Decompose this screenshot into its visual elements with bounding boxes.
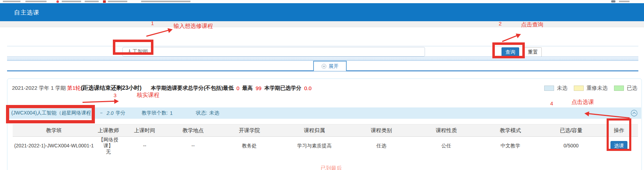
course-search-input[interactable] <box>122 47 425 57</box>
place-cell: -- <box>168 137 219 155</box>
col-header-capacity: 已选/容量 <box>542 124 600 137</box>
semester-label: 2021-2022 学年 1 学期 <box>12 85 66 92</box>
bookmark-favicon-red-circle[interactable] <box>56 0 59 3</box>
app-header: 自主选课 <box>0 3 644 21</box>
browser-toolbar-icon[interactable] <box>611 0 615 2</box>
course-dash: － <box>99 110 104 116</box>
status-legend: 未选 重修未选 已选 <box>544 85 637 92</box>
chevron-down-icon <box>321 64 327 69</box>
college-cell: 教务处 <box>218 137 280 155</box>
legend-item-retake: 重修未选 <box>574 85 608 92</box>
status-label: 状态: <box>196 110 207 116</box>
table-row: (2021-2022-1)-JWCX004-WL0001-1 【网络授课】 无 … <box>13 137 638 155</box>
annotation-step4-number: 4 <box>550 100 553 106</box>
bookmark-text-fragment[interactable] <box>108 1 127 2</box>
legend-swatch-unselected <box>544 86 554 91</box>
col-header-class: 教学班 <box>13 124 95 137</box>
annotation-step2-number: 2 <box>499 20 502 27</box>
annotation-step1-number: 1 <box>151 20 154 26</box>
semester-info: 2021-2022 学年 1 学期 第1轮 (距选课结束还剩23小时) 本学期选… <box>12 83 314 93</box>
page: 自主选课 查询 重置 展开 2021-2022 学年 1 学期 第1轮 (距选课… <box>0 0 644 170</box>
col-header-college: 开课学院 <box>218 124 280 137</box>
col-header-nature: 课程性质 <box>414 124 479 137</box>
legend-swatch-retake <box>574 86 584 91</box>
nature-cell: 公任 <box>414 137 479 155</box>
class-count-label: 教学班个数: <box>142 110 168 116</box>
annotation-step4-text: 点击选课 <box>571 99 594 106</box>
annotation-box-course <box>6 105 95 123</box>
category-cell: 任选 <box>348 137 414 155</box>
annotation-box-input <box>113 40 153 55</box>
col-header-category: 课程类别 <box>348 124 414 137</box>
legend-item-selected: 已选 <box>614 85 637 92</box>
sub-header-strip <box>0 21 644 27</box>
legend-swatch-selected <box>614 86 624 91</box>
annotation-step3-text: 核实课程 <box>137 92 159 99</box>
class-table: 教学班 上课教师 上课时间 教学地点 开课学院 课程归属 课程类别 课程性质 教… <box>13 124 638 155</box>
teacher-name: 无 <box>96 149 121 155</box>
bookmark-text-fragment[interactable] <box>141 1 190 2</box>
col-header-teacher: 上课教师 <box>95 124 121 137</box>
min-credits-value: 0 <box>236 85 239 91</box>
col-header-belong: 课程归属 <box>280 124 348 137</box>
table-header-row: 教学班 上课教师 上课时间 教学地点 开课学院 课程归属 课程类别 课程性质 教… <box>13 124 638 137</box>
annotation-arrow-1 <box>146 30 169 37</box>
bookmark-text-fragment[interactable] <box>3 1 20 2</box>
course-credits-unit: 学分 <box>116 110 126 116</box>
deadline-label: (距选课结束还剩23小时) <box>81 84 141 92</box>
reset-button[interactable]: 重置 <box>524 47 542 57</box>
expand-toggle[interactable]: 展开 <box>313 61 347 71</box>
status-value: 未选 <box>209 110 219 116</box>
teacher-cell: 【网络授课】 无 <box>95 137 121 155</box>
selected-credits-value: 0.0 <box>304 85 311 91</box>
requirement-label: 本学期选课要求总学分(不包括)最低 <box>151 85 233 92</box>
annotation-box-action <box>607 118 631 151</box>
page-title: 自主选课 <box>14 8 40 17</box>
annotation-step1-text: 输入想选修课程 <box>174 23 213 30</box>
annotation-step2-text: 点击查询 <box>521 21 543 29</box>
capacity-cell: 0/5000 <box>542 137 600 155</box>
annotation-box-query <box>492 42 525 58</box>
max-label: 最高 <box>242 85 253 92</box>
end-of-list-note: 已到最后 <box>321 165 342 170</box>
belong-cell: 学习与素质提高 <box>280 137 348 155</box>
class-id-link[interactable]: (2021-2022-1)-JWCX004-WL0001-1 <box>13 137 95 155</box>
time-cell: -- <box>121 137 168 155</box>
teacher-tag: 【网络授课】 <box>96 137 121 149</box>
col-header-mode: 教学模式 <box>479 124 542 137</box>
course-panel: 2021-2022 学年 1 学期 第1轮 (距选课结束还剩23小时) 本学期选… <box>7 78 642 170</box>
selected-credits-label: 本学期已选学分 <box>264 85 301 92</box>
bookmark-text-fragment[interactable] <box>25 1 47 2</box>
annotation-step3-number: 3 <box>114 92 116 98</box>
search-form-divider <box>7 46 638 46</box>
bookmark-text-fragment[interactable] <box>85 1 99 2</box>
mode-cell: 中文教学 <box>479 137 542 155</box>
expand-label: 展开 <box>329 63 339 70</box>
max-credits-value: 99 <box>256 85 262 91</box>
legend-item-unselected: 未选 <box>544 85 567 92</box>
form-footer-band <box>7 57 638 61</box>
bookmark-favicon-red-square[interactable] <box>103 0 106 3</box>
bookmark-text-fragment[interactable] <box>62 1 81 2</box>
bookmark-text-fragment[interactable] <box>619 1 630 2</box>
round-label: 第1轮 <box>67 85 81 92</box>
annotation-arrow-2 <box>502 35 517 42</box>
col-header-place: 教学地点 <box>168 124 219 137</box>
class-count-value: 1 <box>170 110 173 116</box>
chevron-up-icon[interactable] <box>631 110 638 117</box>
course-credits: 2.0 <box>107 110 113 116</box>
course-header-bar[interactable]: (JWCX004)人工智能（超星网络课程） － 2.0 学分 教学班个数: 1 … <box>8 107 641 119</box>
col-header-time: 上课时间 <box>121 124 168 137</box>
